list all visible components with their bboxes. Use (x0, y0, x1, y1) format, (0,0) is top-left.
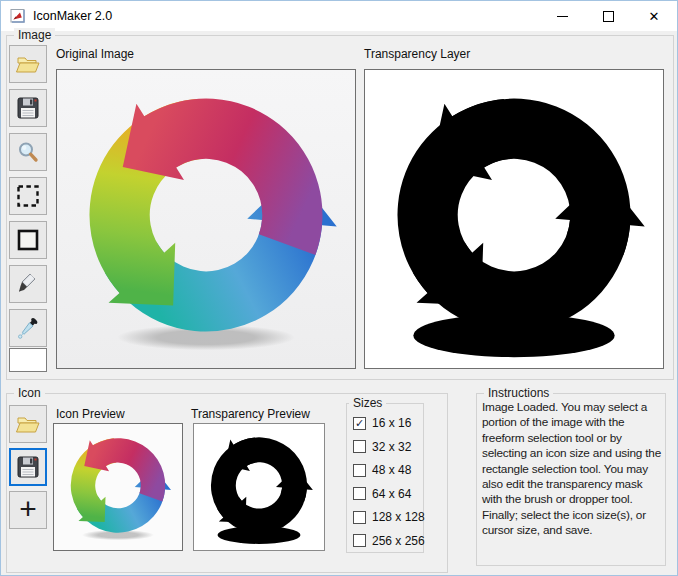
checkbox-256x256[interactable] (353, 534, 366, 547)
dropper-icon (15, 315, 41, 341)
cursor-size-button[interactable]: + (9, 491, 47, 529)
color-swatch-white[interactable] (9, 348, 47, 372)
app-window: IconMaker 2.0 ✕ Image (0, 0, 678, 576)
size-label-16x16: 16 x 16 (372, 416, 411, 430)
transparency-preview-canvas (193, 423, 325, 551)
icon-preview-artwork (58, 427, 178, 547)
titlebar: IconMaker 2.0 ✕ (1, 1, 677, 31)
open-image-button[interactable] (9, 45, 47, 83)
rectangle-select-tool-button[interactable] (9, 221, 47, 259)
icon-preview-canvas (53, 423, 183, 551)
zoom-tool-button[interactable] (9, 133, 47, 171)
transparency-layer-label: Transparency Layer (364, 47, 470, 61)
instructions-group-label: Instructions (484, 386, 553, 400)
size-option-16x16[interactable]: ✓16 x 16 (353, 416, 419, 430)
checkbox-48x48[interactable] (353, 464, 366, 477)
checkbox-64x64[interactable] (353, 487, 366, 500)
floppy-save-icon (15, 454, 41, 480)
minimize-button[interactable] (539, 1, 585, 31)
floppy-save-icon (15, 95, 41, 121)
size-option-64x64[interactable]: 64 x 64 (353, 487, 419, 501)
freeform-selection-icon (15, 183, 41, 209)
size-option-128x128[interactable]: 128 x 128 (353, 510, 419, 524)
app-icon (9, 7, 27, 25)
image-group-label: Image (14, 28, 55, 42)
size-label-256x256: 256 x 256 (372, 534, 425, 548)
size-label-48x48: 48 x 48 (372, 463, 411, 477)
brush-tool-button[interactable] (9, 265, 47, 303)
transparency-preview-artwork (198, 426, 320, 548)
transparency-preview-label: Transparency Preview (191, 407, 310, 421)
original-image-canvas[interactable] (56, 69, 356, 369)
original-image-label: Original Image (56, 47, 134, 61)
size-label-128x128: 128 x 128 (372, 510, 425, 524)
size-option-256x256[interactable]: 256 x 256 (353, 534, 419, 548)
save-icon-button[interactable] (9, 448, 47, 486)
checkbox-32x32[interactable] (353, 440, 366, 453)
freeform-select-tool-button[interactable] (9, 177, 47, 215)
size-option-48x48[interactable]: 48 x 48 (353, 463, 419, 477)
save-image-button[interactable] (9, 89, 47, 127)
dropper-tool-button[interactable] (9, 309, 47, 347)
maximize-button[interactable] (585, 1, 631, 31)
checkbox-128x128[interactable] (353, 511, 366, 524)
maximize-icon (603, 11, 614, 22)
sizes-group: Sizes ✓16 x 1632 x 3248 x 4864 x 64128 x… (346, 403, 424, 553)
open-icon-button[interactable] (9, 405, 47, 443)
icon-preview-label: Icon Preview (56, 407, 125, 421)
close-icon: ✕ (649, 10, 660, 23)
close-button[interactable]: ✕ (631, 1, 677, 31)
plus-icon: + (19, 494, 37, 524)
size-label-64x64: 64 x 64 (372, 487, 411, 501)
checkbox-16x16[interactable]: ✓ (353, 417, 366, 430)
transparency-layer-canvas[interactable] (364, 69, 664, 369)
sizes-group-label: Sizes (349, 396, 386, 410)
folder-open-icon (15, 53, 41, 75)
size-option-32x32[interactable]: 32 x 32 (353, 440, 419, 454)
magnifier-icon (16, 140, 40, 164)
rectangle-selection-icon (15, 227, 41, 253)
icon-group-label: Icon (14, 386, 45, 400)
brush-icon (15, 271, 41, 297)
instructions-text: Image Loaded. You may select a portion o… (482, 400, 662, 539)
window-title: IconMaker 2.0 (33, 9, 112, 23)
minimize-icon (557, 16, 568, 17)
original-image-artwork (58, 71, 354, 367)
size-label-32x32: 32 x 32 (372, 440, 411, 454)
sizes-options: ✓16 x 1632 x 3248 x 4864 x 64128 x 12825… (353, 416, 419, 548)
transparency-layer-artwork (366, 71, 662, 367)
folder-open-icon (15, 413, 41, 435)
